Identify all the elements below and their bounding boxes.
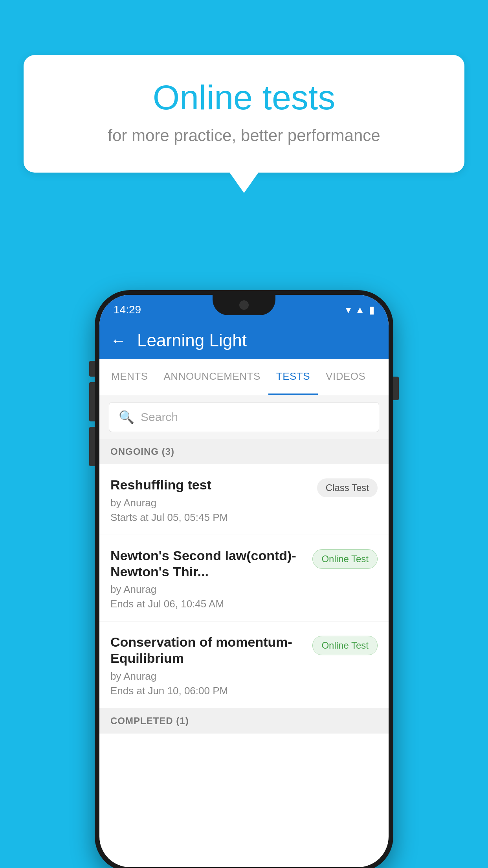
tab-announcements[interactable]: ANNOUNCEMENTS (156, 359, 268, 395)
ongoing-section-header: ONGOING (3) (99, 439, 389, 464)
test-date: Starts at Jul 05, 05:45 PM (110, 511, 311, 524)
phone-frame: 14:29 ▾ ▲ ▮ ← Learning Light MENTS ANNOU… (95, 290, 393, 868)
test-by: by Anurag (110, 583, 306, 596)
search-container: 🔍 Search (99, 395, 389, 439)
test-date: Ends at Jun 10, 06:00 PM (110, 685, 306, 697)
bubble-title: Online tests (55, 79, 433, 117)
phone-screen: 14:29 ▾ ▲ ▮ ← Learning Light MENTS ANNOU… (99, 295, 389, 867)
badge-online-test: Online Test (312, 549, 378, 569)
signal-icon: ▲ (355, 304, 365, 316)
battery-icon: ▮ (369, 304, 374, 316)
phone-notch (213, 295, 275, 315)
status-time: 14:29 (114, 303, 141, 316)
tab-bar: MENTS ANNOUNCEMENTS TESTS VIDEOS (99, 359, 389, 395)
completed-label: COMPLETED (1) (110, 715, 189, 726)
search-icon: 🔍 (119, 410, 134, 425)
status-icons: ▾ ▲ ▮ (346, 304, 374, 316)
test-info: Newton's Second law(contd)-Newton's Thir… (110, 548, 312, 611)
ongoing-label: ONGOING (3) (110, 446, 174, 457)
test-name: Conservation of momentum-Equilibrium (110, 634, 306, 666)
speech-bubble-container: Online tests for more practice, better p… (24, 55, 464, 173)
test-info: Conservation of momentum-Equilibrium by … (110, 634, 312, 697)
test-item[interactable]: Conservation of momentum-Equilibrium by … (99, 622, 389, 708)
app-bar-title: Learning Light (137, 331, 247, 350)
badge-online-test-2: Online Test (312, 636, 378, 655)
test-name: Reshuffling test (110, 477, 311, 493)
tab-ments[interactable]: MENTS (103, 359, 156, 395)
search-bar[interactable]: 🔍 Search (109, 402, 379, 432)
tab-tests[interactable]: TESTS (268, 359, 318, 395)
test-name: Newton's Second law(contd)-Newton's Thir… (110, 548, 306, 580)
test-by: by Anurag (110, 670, 306, 682)
power-button (393, 377, 399, 400)
test-info: Reshuffling test by Anurag Starts at Jul… (110, 477, 317, 524)
test-item[interactable]: Reshuffling test by Anurag Starts at Jul… (99, 464, 389, 535)
completed-section-header: COMPLETED (1) (99, 708, 389, 734)
volume-buttons (89, 361, 95, 466)
test-date: Ends at Jul 06, 10:45 AM (110, 598, 306, 610)
tab-videos[interactable]: VIDEOS (318, 359, 373, 395)
speech-bubble: Online tests for more practice, better p… (24, 55, 464, 173)
front-camera (239, 300, 249, 310)
app-bar: ← Learning Light (99, 322, 389, 359)
wifi-icon: ▾ (346, 304, 351, 316)
test-by: by Anurag (110, 497, 311, 509)
bubble-subtitle: for more practice, better performance (55, 126, 433, 145)
search-input[interactable]: Search (141, 410, 178, 424)
badge-class-test: Class Test (317, 478, 378, 497)
test-item[interactable]: Newton's Second law(contd)-Newton's Thir… (99, 535, 389, 622)
back-button[interactable]: ← (110, 332, 126, 349)
